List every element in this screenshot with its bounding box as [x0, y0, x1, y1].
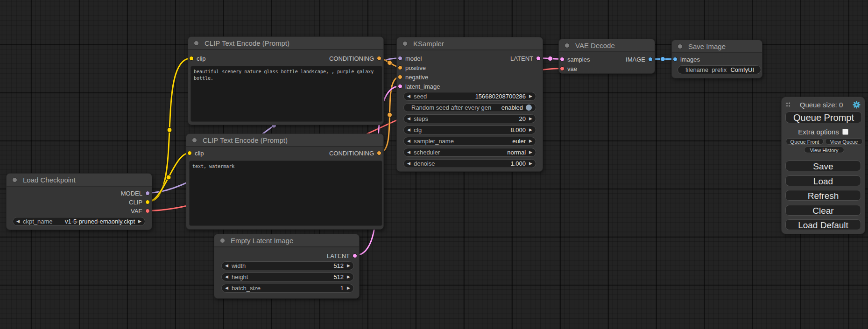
combo-left-arrow-icon[interactable]: ◀: [404, 159, 414, 168]
toggle-knob-icon[interactable]: [526, 105, 532, 111]
node-header[interactable]: VAE Decode: [559, 39, 655, 52]
ksampler-input-model-port-dot[interactable]: [398, 56, 402, 61]
combo-right-arrow-icon[interactable]: ▶: [526, 114, 536, 123]
combo-left-arrow-icon[interactable]: ◀: [404, 114, 414, 123]
node-header[interactable]: KSampler: [397, 37, 543, 50]
port-label: images: [680, 56, 700, 63]
ksampler-input-latent_image-port-dot[interactable]: [398, 84, 402, 89]
clip-encode-negative-node[interactable]: CLIP Text Encode (Prompt)clipCONDITIONIN…: [186, 133, 384, 230]
save-image-widget-filename-prefix[interactable]: filename_prefixComfyUI: [677, 65, 761, 74]
clip-encode-negative-input-clip-port-dot[interactable]: [187, 151, 192, 155]
combo-right-arrow-icon[interactable]: ▶: [526, 126, 536, 134]
combo-left-arrow-icon[interactable]: ◀: [404, 148, 414, 157]
load-checkpoint-output-MODEL-port-dot[interactable]: [145, 191, 150, 196]
load-checkpoint-node[interactable]: Load CheckpointMODELCLIPVAE◀ckpt_namev1-…: [6, 173, 152, 230]
combo-left-arrow-icon[interactable]: ◀: [13, 217, 23, 226]
save-image-input-images-port-dot[interactable]: [673, 57, 677, 62]
combo-right-arrow-icon[interactable]: ▶: [526, 159, 536, 168]
widget-label: batch_size: [232, 285, 261, 292]
load-button[interactable]: Load: [785, 175, 861, 186]
empty-latent-image-widget-width[interactable]: ◀width512▶: [221, 261, 354, 270]
widget-label: scheduler: [414, 149, 440, 156]
save-image-node[interactable]: Save Imageimagesfilename_prefixComfyUI: [671, 40, 762, 78]
clip-encode-positive-input-clip-port-dot[interactable]: [189, 56, 194, 61]
combo-right-arrow-icon[interactable]: ▶: [344, 261, 353, 270]
combo-right-arrow-icon[interactable]: ▶: [526, 148, 536, 157]
view-history-button[interactable]: View History: [804, 147, 844, 153]
link-midpoint-dot[interactable]: [548, 56, 553, 61]
link-midpoint-dot[interactable]: [167, 128, 172, 133]
combo-left-arrow-icon[interactable]: ◀: [222, 273, 232, 281]
empty-latent-image-output-LATENT-port-dot[interactable]: [353, 253, 357, 258]
node-graph-canvas[interactable]: Load CheckpointMODELCLIPVAE◀ckpt_namev1-…: [0, 0, 868, 329]
node-header[interactable]: CLIP Text Encode (Prompt): [186, 134, 383, 147]
node-status-dot-icon: [192, 138, 197, 143]
vae-decode-node[interactable]: VAE DecodesamplesvaeIMAGE: [558, 39, 655, 74]
queue-prompt-button[interactable]: Queue Prompt: [785, 112, 862, 123]
ksampler-input-latent_image: latent_image: [405, 83, 440, 90]
load-default-button[interactable]: Load Default: [785, 219, 861, 230]
extra-options-label: Extra options: [798, 128, 839, 136]
ksampler-widget-sampler-name[interactable]: ◀sampler_nameeuler▶: [403, 137, 536, 146]
combo-right-arrow-icon[interactable]: ▶: [344, 284, 353, 293]
clip-encode-negative-output-CONDITIONING-port-dot[interactable]: [377, 151, 381, 155]
link-midpoint-dot[interactable]: [388, 61, 392, 65]
combo-left-arrow-icon[interactable]: ◀: [404, 137, 414, 146]
combo-right-arrow-icon[interactable]: ▶: [526, 137, 536, 146]
refresh-button[interactable]: Refresh: [785, 190, 861, 201]
save-button[interactable]: Save: [785, 161, 861, 171]
load-checkpoint-output-VAE: VAE: [131, 207, 142, 215]
ksampler-widget-random-seed-after-every-gen[interactable]: Random seed after every genenabled: [403, 103, 536, 112]
ksampler-input-positive-port-dot[interactable]: [398, 65, 402, 70]
clip-encode-negative-prompt-textarea[interactable]: text, watermark: [189, 161, 382, 226]
clip-encode-negative-input-clip: clip: [195, 149, 204, 157]
combo-right-arrow-icon[interactable]: ▶: [344, 273, 353, 281]
clip-encode-positive-node[interactable]: CLIP Text Encode (Prompt)clipCONDITIONIN…: [188, 36, 384, 125]
ksampler-widget-seed[interactable]: ◀seed156680208700286▶: [403, 92, 536, 101]
load-checkpoint-widget-ckpt-name[interactable]: ◀ckpt_namev1-5-pruned-emaonly.ckpt▶: [13, 217, 145, 226]
empty-latent-image-widget-height[interactable]: ◀height512▶: [221, 273, 354, 281]
link-midpoint-dot[interactable]: [388, 112, 392, 117]
widget-value: 1: [340, 285, 344, 292]
clip-encode-positive-output-CONDITIONING-port-dot[interactable]: [377, 56, 381, 61]
widget-label: steps: [414, 115, 428, 122]
queue-front-button[interactable]: Queue Front: [786, 138, 824, 145]
node-header[interactable]: Empty Latent Image: [214, 234, 359, 247]
link-midpoint-dot[interactable]: [661, 57, 665, 62]
extra-options-checkbox[interactable]: [842, 129, 848, 135]
combo-right-arrow-icon[interactable]: ▶: [135, 217, 145, 226]
queue-panel-header: Queue size: 0: [782, 100, 865, 109]
drag-handle-icon[interactable]: [786, 101, 790, 108]
settings-gear-icon[interactable]: [853, 101, 861, 109]
view-queue-button[interactable]: View Queue: [825, 138, 863, 145]
combo-right-arrow-icon[interactable]: ▶: [526, 92, 536, 101]
ksampler-input-negative-port-dot[interactable]: [398, 75, 402, 79]
ksampler-widget-scheduler[interactable]: ◀schedulernormal▶: [403, 148, 536, 157]
combo-left-arrow-icon[interactable]: ◀: [222, 261, 232, 270]
node-header[interactable]: Load Checkpoint: [7, 174, 152, 187]
ksampler-widget-steps[interactable]: ◀steps20▶: [403, 114, 536, 123]
combo-left-arrow-icon[interactable]: ◀: [404, 126, 414, 134]
vae-decode-output-IMAGE-port-dot[interactable]: [648, 57, 653, 62]
ksampler-widget-cfg[interactable]: ◀cfg8.000▶: [403, 126, 536, 134]
vae-decode-input-vae-port-dot[interactable]: [560, 66, 565, 71]
load-checkpoint-output-CLIP-port-dot[interactable]: [145, 200, 150, 204]
node-header[interactable]: CLIP Text Encode (Prompt): [188, 37, 383, 50]
combo-left-arrow-icon[interactable]: ◀: [222, 284, 232, 293]
port-label: CLIP: [129, 199, 142, 206]
load-checkpoint-output-VAE-port-dot[interactable]: [145, 209, 150, 213]
ksampler-widget-denoise[interactable]: ◀denoise1.000▶: [403, 159, 536, 168]
widget-label: seed: [414, 93, 427, 100]
empty-latent-image-widget-batch-size[interactable]: ◀batch_size1▶: [221, 284, 354, 293]
ksampler-output-LATENT-port-dot[interactable]: [536, 56, 541, 61]
vae-decode-input-samples-port-dot[interactable]: [560, 57, 565, 62]
combo-left-arrow-icon[interactable]: ◀: [404, 92, 414, 101]
ksampler-node[interactable]: KSamplermodelpositivenegativelatent_imag…: [396, 37, 543, 172]
clip-encode-positive-prompt-textarea[interactable]: beautiful scenery nature glass bottle la…: [191, 66, 382, 122]
clear-button[interactable]: Clear: [785, 205, 861, 216]
node-header[interactable]: Save Image: [672, 40, 762, 53]
empty-latent-image-node[interactable]: Empty Latent ImageLATENT◀width512▶◀heigh…: [214, 234, 360, 299]
link-midpoint-dot[interactable]: [166, 175, 171, 180]
load-checkpoint-output-CLIP: CLIP: [129, 198, 142, 206]
node-status-dot-icon: [12, 177, 17, 182]
